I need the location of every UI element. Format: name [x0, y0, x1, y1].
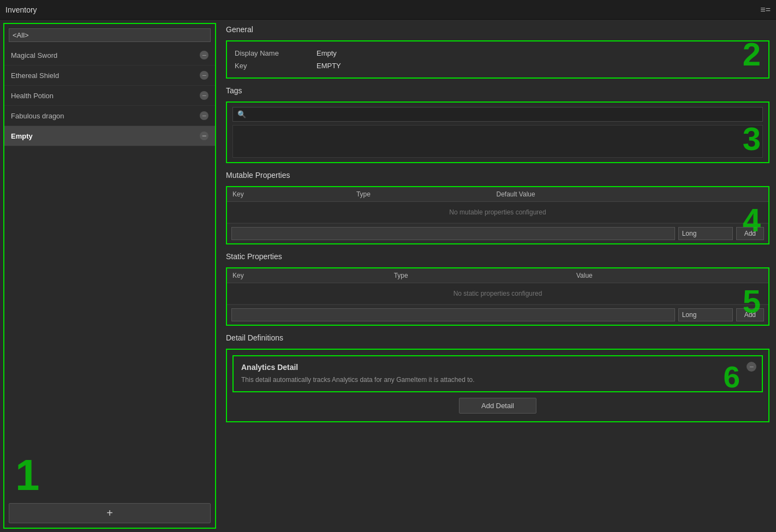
mutable-properties-table: Key Type Default Value No mutable proper…	[227, 187, 768, 223]
static-add-button[interactable]: Add	[736, 308, 764, 321]
mutable-properties-box: Key Type Default Value No mutable proper…	[226, 186, 769, 244]
mutable-type-select[interactable]: Long String Boolean Float	[678, 227, 733, 240]
key-label: Key	[235, 62, 306, 70]
static-properties-title: Static Properties	[226, 252, 769, 261]
mutable-add-button[interactable]: Add	[736, 227, 764, 240]
menu-icon[interactable]: ≡=	[760, 5, 771, 15]
detail-definitions-title: Detail Definitions	[226, 333, 769, 342]
general-inner: Display Name Empty Key EMPTY	[227, 41, 768, 77]
item-remove-icon[interactable]: −	[200, 51, 208, 59]
col-key-header: Key	[227, 187, 351, 202]
detail-definitions-section: Detail Definitions Analytics Detail This…	[226, 333, 769, 422]
static-col-type-header: Type	[389, 268, 571, 283]
mutable-empty-row: No mutable properties configured	[227, 202, 768, 223]
item-remove-icon[interactable]: −	[200, 131, 208, 140]
display-name-value: Empty	[317, 49, 337, 57]
static-col-value-header: Value	[571, 268, 768, 283]
item-remove-icon[interactable]: −	[200, 91, 208, 100]
mutable-properties-title: Mutable Properties	[226, 171, 769, 180]
static-properties-box: Key Type Value No static properties conf…	[226, 267, 769, 326]
app-title: Inventory	[5, 5, 37, 14]
static-properties-section: Static Properties Key Type Value No stat…	[226, 252, 769, 326]
general-display-name-row: Display Name Empty	[235, 47, 761, 59]
inventory-list: Magical Sword − Ethereal Shield − Health…	[4, 45, 215, 499]
tags-box: 🔍 3	[226, 101, 769, 163]
key-value: EMPTY	[317, 62, 341, 70]
list-item[interactable]: Health Potion −	[4, 86, 215, 106]
general-title: General	[226, 25, 769, 34]
col-type-header: Type	[351, 187, 491, 202]
search-icon: 🔍	[237, 110, 246, 118]
static-col-key-header: Key	[227, 268, 389, 283]
mutable-key-input[interactable]	[231, 227, 675, 240]
general-section: General Display Name Empty Key EMPTY 2	[226, 25, 769, 79]
title-bar-controls: ≡=	[760, 5, 771, 15]
mutable-add-row: Long String Boolean Float Add	[227, 223, 768, 243]
item-label: Empty	[11, 132, 33, 140]
col-default-header: Default Value	[491, 187, 768, 202]
tags-inner: 🔍	[227, 103, 768, 162]
item-remove-icon[interactable]: −	[200, 71, 208, 80]
item-label: Ethereal Shield	[11, 71, 59, 80]
detail-card: Analytics Detail This detail automatical…	[232, 355, 763, 392]
static-key-input[interactable]	[231, 308, 675, 321]
static-properties-table: Key Type Value No static properties conf…	[227, 268, 768, 304]
detail-card-title: Analytics Detail	[241, 363, 754, 372]
main-layout: <All> Weapons Armor Potions Magical Swor…	[0, 20, 776, 532]
list-item[interactable]: Fabulous dragon −	[4, 106, 215, 126]
static-empty-row: No static properties configured	[227, 283, 768, 304]
item-label: Magical Sword	[11, 51, 57, 59]
tags-search-wrapper: 🔍	[232, 107, 763, 122]
static-add-row: Long String Boolean Float Add	[227, 304, 768, 325]
tags-content-area	[232, 125, 763, 158]
add-item-button[interactable]: +	[9, 503, 211, 523]
item-label: Health Potion	[11, 92, 53, 100]
static-empty-message: No static properties configured	[227, 283, 768, 304]
detail-definitions-box: Analytics Detail This detail automatical…	[226, 349, 769, 422]
title-bar: Inventory ≡=	[0, 0, 776, 20]
detail-card-remove-icon[interactable]: −	[747, 362, 756, 372]
general-key-row: Key EMPTY	[235, 59, 761, 72]
tags-search-input[interactable]	[249, 110, 758, 118]
filter-select[interactable]: <All> Weapons Armor Potions	[9, 28, 211, 42]
mutable-properties-section: Mutable Properties Key Type Default Valu…	[226, 171, 769, 244]
general-box: Display Name Empty Key EMPTY 2	[226, 40, 769, 79]
add-detail-button[interactable]: Add Detail	[459, 398, 536, 414]
display-name-label: Display Name	[235, 49, 306, 57]
item-remove-icon[interactable]: −	[200, 111, 208, 120]
static-type-select[interactable]: Long String Boolean Float	[678, 308, 733, 321]
list-item-selected[interactable]: Empty −	[4, 126, 215, 146]
tags-title: Tags	[226, 86, 769, 95]
right-panel: General Display Name Empty Key EMPTY 2 T…	[219, 20, 776, 532]
item-label: Fabulous dragon	[11, 112, 64, 120]
list-item[interactable]: Ethereal Shield −	[4, 65, 215, 86]
left-panel: <All> Weapons Armor Potions Magical Swor…	[3, 23, 216, 529]
detail-card-description: This detail automatically tracks Analyti…	[241, 375, 754, 385]
filter-wrapper: <All> Weapons Armor Potions	[4, 24, 215, 45]
mutable-empty-message: No mutable properties configured	[227, 202, 768, 223]
list-item[interactable]: Magical Sword −	[4, 45, 215, 65]
tags-section: Tags 🔍 3	[226, 86, 769, 163]
